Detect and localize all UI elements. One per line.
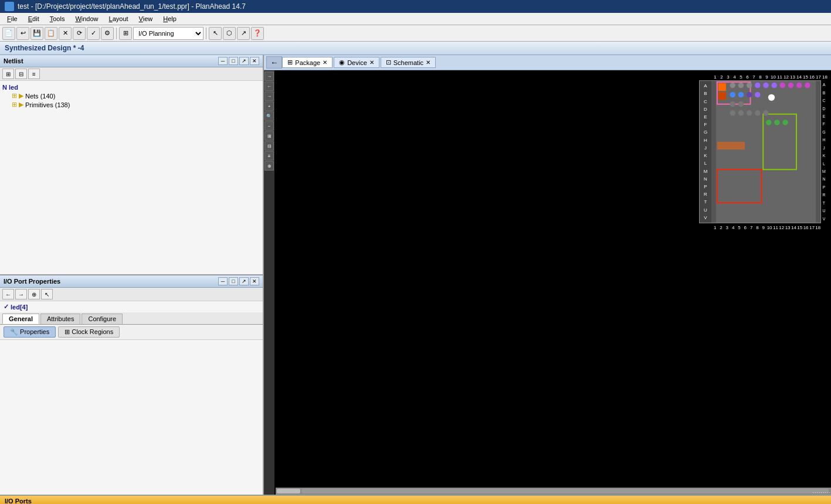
netlist-tool-1[interactable]: ⊞ <box>2 69 14 79</box>
netlist-controls: ─ □ ↗ ✕ <box>218 57 259 65</box>
ioprops-minimize[interactable]: ─ <box>218 277 228 285</box>
canvas-btn-4[interactable]: + <box>264 101 274 111</box>
check-button[interactable]: ✓ <box>87 27 100 40</box>
section-properties[interactable]: 🔧 Properties <box>4 326 56 338</box>
section-tabs: 🔧 Properties ⊞ Clock Regions <box>0 325 263 340</box>
delete-button[interactable]: ✕ <box>59 27 72 40</box>
io-nav-forward[interactable]: → <box>15 289 27 299</box>
netlist-minimize[interactable]: ─ <box>218 57 228 65</box>
io-props-title: I/O Port Properties <box>4 278 60 285</box>
netlist-tool-3[interactable]: ≡ <box>28 69 40 79</box>
route-button[interactable]: ⬡ <box>223 27 236 40</box>
schematic-tab-label: Schematic <box>394 59 423 66</box>
svg-point-27 <box>763 110 768 115</box>
netlist-tool-2[interactable]: ⊟ <box>15 69 27 79</box>
io-props-controls: ─ □ ↗ ✕ <box>218 277 259 285</box>
tree-primitives[interactable]: ⊞ ▶ Primitives (138) <box>2 100 260 109</box>
tree-prim-label: Primitives (138) <box>25 101 70 108</box>
device-tab-close[interactable]: ✕ <box>369 59 374 66</box>
settings-button[interactable]: ⚙ <box>101 27 114 40</box>
grid-button[interactable]: ⊞ <box>119 27 132 40</box>
canvas-btn-10[interactable]: ⊕ <box>264 161 274 171</box>
io-ports-header: I/O Ports <box>0 496 831 504</box>
tree-root-label: led <box>9 84 18 91</box>
svg-point-4 <box>730 83 735 88</box>
netlist-maximize[interactable]: ↗ <box>239 57 249 65</box>
cursor-button[interactable]: ↖ <box>209 27 222 40</box>
canvas-btn-3[interactable]: → <box>264 91 274 101</box>
menu-window[interactable]: Window <box>70 14 103 23</box>
canvas-btn-6[interactable]: − <box>264 121 274 131</box>
chip-svg <box>711 81 820 223</box>
tab-device[interactable]: ◉ Device ✕ <box>334 57 379 68</box>
io-nav-target[interactable]: ⊕ <box>28 289 40 299</box>
new-button[interactable]: 📄 <box>2 27 15 40</box>
menu-tools[interactable]: Tools <box>45 14 70 23</box>
tree-root: N led <box>2 83 260 91</box>
help-icon-button[interactable]: ❓ <box>251 27 264 40</box>
canvas-btn-9[interactable]: ≡ <box>264 151 274 161</box>
window-title: test - [D:/Project/project/test/planAhea… <box>18 2 246 11</box>
viewer-scroll-left[interactable]: ← <box>266 56 282 69</box>
refresh-button[interactable]: ⟳ <box>73 27 86 40</box>
io-nav-toolbar: ← → ⊕ ↖ <box>0 288 263 301</box>
ioprops-restore[interactable]: □ <box>229 277 238 285</box>
package-tab-icon: ⊞ <box>287 59 293 66</box>
io-nav-back[interactable]: ← <box>2 289 14 299</box>
svg-point-20 <box>755 92 760 97</box>
package-tab-label: Package <box>295 59 320 66</box>
canvas-btn-8[interactable]: ⊟ <box>264 141 274 151</box>
canvas-area[interactable]: → ← → + 🔍 − ⊞ ⊟ ≡ ⊕ 12 34 56 78 <box>264 70 831 495</box>
auto-button[interactable]: ↗ <box>237 27 250 40</box>
io-props-header: I/O Port Properties ─ □ ↗ ✕ <box>0 275 263 288</box>
hscroll-thumb[interactable] <box>277 489 300 493</box>
chip-visualization: 12 34 56 78 910 1112 1314 1516 1718 ABCD… <box>699 73 828 230</box>
svg-rect-3 <box>718 92 726 100</box>
tree-nets-folder-icon: ▶ <box>19 92 23 100</box>
app-icon <box>5 2 14 11</box>
menu-layout[interactable]: Layout <box>104 14 133 23</box>
device-tab-icon: ◉ <box>339 59 345 66</box>
canvas-btn-1[interactable]: → <box>264 71 274 81</box>
port-check-icon: ✓ <box>4 303 9 311</box>
svg-point-28 <box>766 120 771 125</box>
mode-dropdown[interactable]: I/O Planning <box>133 27 203 40</box>
canvas-btn-5[interactable]: 🔍 <box>264 111 274 121</box>
svg-point-13 <box>805 83 810 88</box>
clock-icon: ⊞ <box>65 328 70 335</box>
tab-attributes[interactable]: Attributes <box>40 314 80 324</box>
io-props-tabs: General Attributes Configure <box>0 312 263 325</box>
left-panel: Netlist ─ □ ↗ ✕ ⊞ ⊟ ≡ N led ⊞ <box>0 55 264 495</box>
svg-point-7 <box>755 83 760 88</box>
svg-point-23 <box>730 110 735 115</box>
svg-point-19 <box>747 92 752 97</box>
tab-schematic[interactable]: ⊡ Schematic ✕ <box>381 57 436 68</box>
tab-configure[interactable]: Configure <box>82 314 123 324</box>
svg-point-5 <box>738 83 744 88</box>
svg-point-24 <box>738 110 744 115</box>
netlist-restore[interactable]: □ <box>229 57 238 65</box>
canvas-btn-7[interactable]: ⊞ <box>264 131 274 141</box>
menu-help[interactable]: Help <box>158 14 181 23</box>
netlist-close[interactable]: ✕ <box>250 57 259 65</box>
svg-point-30 <box>782 120 788 125</box>
section-clock-regions[interactable]: ⊞ Clock Regions <box>58 326 120 338</box>
menu-edit[interactable]: Edit <box>23 14 44 23</box>
svg-point-11 <box>788 83 793 88</box>
ioprops-close[interactable]: ✕ <box>250 277 259 285</box>
schematic-tab-close[interactable]: ✕ <box>426 59 430 66</box>
canvas-btn-2[interactable]: ← <box>264 81 274 91</box>
canvas-hscrollbar[interactable]: ......... <box>276 488 831 495</box>
menu-file[interactable]: File <box>2 14 22 23</box>
tree-nets[interactable]: ⊞ ▶ Nets (140) <box>2 91 260 100</box>
copy-button[interactable]: 📋 <box>45 27 57 40</box>
ioprops-maximize[interactable]: ↗ <box>239 277 249 285</box>
save-button[interactable]: 💾 <box>30 27 43 40</box>
package-tab-close[interactable]: ✕ <box>323 59 327 66</box>
tab-package[interactable]: ⊞ Package ✕ <box>282 57 333 68</box>
menu-view[interactable]: View <box>134 14 158 23</box>
svg-point-25 <box>747 110 752 115</box>
open-button[interactable]: ↩ <box>16 27 29 40</box>
io-nav-select[interactable]: ↖ <box>41 289 53 299</box>
tab-general[interactable]: General <box>2 314 39 324</box>
